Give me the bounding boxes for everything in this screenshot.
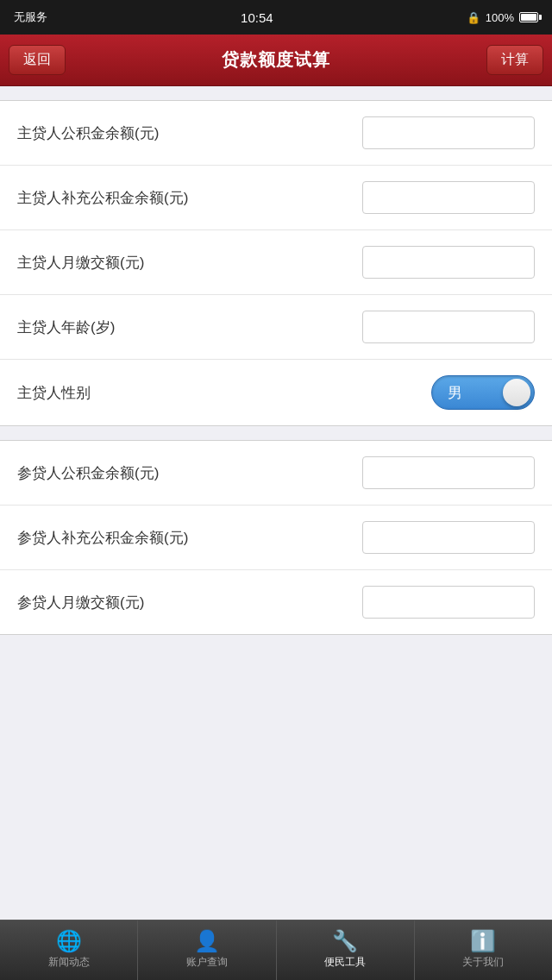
calculate-button[interactable]: 计算 <box>486 45 543 75</box>
tab-about-label: 关于我们 <box>462 955 504 970</box>
signal-status: 无服务 <box>14 9 47 25</box>
toggle-on-label: 男 <box>448 383 463 403</box>
tab-about[interactable]: ℹ️ 关于我们 <box>415 920 552 980</box>
tab-account-label: 账户查询 <box>186 955 228 970</box>
main-provident-fund-balance-label: 主贷人公积金余额(元) <box>17 123 159 143</box>
co-monthly-payment-input[interactable] <box>362 586 535 619</box>
main-age-input[interactable] <box>362 311 535 343</box>
lock-icon: 🔒 <box>467 11 480 24</box>
gender-toggle[interactable]: 男 <box>431 375 535 410</box>
co-borrower-section: 参贷人公积金余额(元) 参贷人补充公积金余额(元) 参贷人月缴交额(元) <box>0 440 552 635</box>
main-supplemental-fund-balance-input[interactable] <box>362 181 535 214</box>
co-supplemental-fund-balance-input[interactable] <box>362 521 535 554</box>
main-monthly-payment-input[interactable] <box>362 246 535 279</box>
main-provident-fund-balance-input[interactable] <box>362 116 535 149</box>
tab-tools[interactable]: 🔧 便民工具 <box>277 920 415 980</box>
nav-bar: 返回 贷款额度试算 计算 <box>0 35 552 86</box>
main-gender-label: 主贷人性别 <box>17 383 91 403</box>
battery-icon <box>519 12 538 22</box>
main-provident-fund-balance-row: 主贷人公积金余额(元) <box>0 101 552 166</box>
main-borrower-section: 主贷人公积金余额(元) 主贷人补充公积金余额(元) 主贷人月缴交额(元) 主贷人… <box>0 100 552 426</box>
co-supplemental-fund-balance-label: 参贷人补充公积金余额(元) <box>17 528 188 548</box>
co-monthly-payment-row: 参贷人月缴交额(元) <box>0 570 552 634</box>
main-supplemental-fund-balance-label: 主贷人补充公积金余额(元) <box>17 188 188 208</box>
status-bar: 无服务 10:54 🔒 100% <box>0 0 552 35</box>
co-supplemental-fund-balance-row: 参贷人补充公积金余额(元) <box>0 506 552 570</box>
battery-percentage: 100% <box>486 11 514 24</box>
battery-status: 🔒 100% <box>467 11 538 24</box>
main-monthly-payment-label: 主贷人月缴交额(元) <box>17 253 144 273</box>
main-age-row: 主贷人年龄(岁) <box>0 295 552 360</box>
tab-bar: 🌐 新闻动态 👤 账户查询 🔧 便民工具 ℹ️ 关于我们 <box>0 920 552 980</box>
back-button[interactable]: 返回 <box>9 45 66 75</box>
co-provident-fund-balance-input[interactable] <box>362 456 535 489</box>
tab-account[interactable]: 👤 账户查询 <box>138 920 276 980</box>
info-icon: ℹ️ <box>470 931 496 952</box>
tab-news[interactable]: 🌐 新闻动态 <box>0 920 138 980</box>
co-monthly-payment-label: 参贷人月缴交额(元) <box>17 593 144 612</box>
main-monthly-payment-row: 主贷人月缴交额(元) <box>0 230 552 295</box>
main-supplemental-fund-balance-row: 主贷人补充公积金余额(元) <box>0 166 552 230</box>
co-provident-fund-balance-row: 参贷人公积金余额(元) <box>0 441 552 506</box>
tab-tools-label: 便民工具 <box>324 955 366 970</box>
form-content: 主贷人公积金余额(元) 主贷人补充公积金余额(元) 主贷人月缴交额(元) 主贷人… <box>0 86 552 920</box>
main-age-label: 主贷人年龄(岁) <box>17 317 115 337</box>
main-gender-row: 主贷人性别 男 <box>0 360 552 425</box>
co-provident-fund-balance-label: 参贷人公积金余额(元) <box>17 463 159 483</box>
globe-icon: 🌐 <box>56 931 82 952</box>
toggle-knob <box>503 379 530 406</box>
person-icon: 👤 <box>194 931 220 952</box>
tools-icon: 🔧 <box>332 931 358 952</box>
clock: 10:54 <box>241 10 273 25</box>
page-title: 贷款额度试算 <box>222 48 330 72</box>
tab-news-label: 新闻动态 <box>48 955 90 970</box>
